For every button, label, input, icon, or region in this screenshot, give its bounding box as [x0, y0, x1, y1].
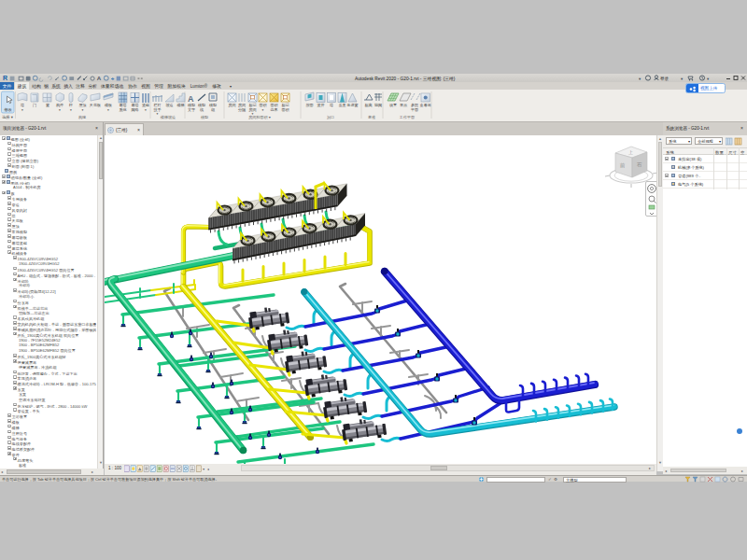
svg-text:门: 门	[33, 103, 36, 107]
svg-text:老虎窗: 老虎窗	[346, 103, 358, 108]
svg-text:轴网: 轴网	[374, 103, 382, 107]
svg-text:组: 组	[211, 107, 216, 112]
svg-text:洞口: 洞口	[327, 115, 334, 119]
svg-text:面积: 面积	[259, 103, 267, 107]
svg-text:系统: 系统	[119, 107, 127, 112]
svg-text:▾: ▾	[107, 108, 109, 112]
svg-text:房间和面积 ▾: 房间和面积 ▾	[248, 115, 272, 120]
svg-text:坡道: 坡道	[164, 103, 173, 107]
svg-text:基准: 基准	[368, 115, 375, 119]
svg-text:网格: 网格	[131, 107, 138, 112]
svg-text:垂直: 垂直	[338, 103, 345, 107]
svg-text:R: R	[3, 75, 7, 81]
svg-text:楼梯坡道: 楼梯坡道	[161, 115, 176, 119]
svg-text:A: A	[97, 75, 102, 81]
svg-text:▾: ▾	[21, 108, 23, 112]
svg-text:标高: 标高	[364, 103, 372, 108]
svg-text:显示: 显示	[400, 103, 408, 107]
svg-text:墙: 墙	[329, 103, 333, 107]
svg-text:房间: 房间	[228, 103, 235, 108]
svg-text:▾: ▾	[59, 108, 61, 112]
svg-text:边界: 边界	[270, 107, 277, 112]
svg-text:▾: ▾	[262, 108, 264, 112]
svg-text:设置: 设置	[389, 103, 397, 107]
svg-text:Autodesk Revit 2020 - G20-1.rv: Autodesk Revit 2020 - G20-1.rvt - 三维视图: …	[355, 76, 456, 82]
svg-text:按面: 按面	[305, 103, 313, 107]
svg-text:墙: 墙	[20, 103, 24, 107]
svg-text:▾: ▾	[70, 108, 72, 112]
svg-text:平面: 平面	[410, 107, 418, 112]
svg-text:▾: ▾	[639, 77, 641, 81]
svg-text:柱: 柱	[68, 103, 73, 107]
svg-text:▾: ▾	[681, 77, 684, 81]
svg-text:◂: ◂	[207, 468, 209, 471]
svg-text:模型: 模型	[201, 115, 208, 119]
svg-text:▾: ▾	[203, 468, 204, 471]
svg-text:屋顶: 屋顶	[78, 103, 86, 107]
svg-text:登录: 登录	[660, 76, 669, 82]
svg-text:▾: ▾	[707, 77, 710, 81]
svg-text:选择 ▾: 选择 ▾	[2, 115, 14, 119]
svg-text:修改: 修改	[5, 107, 13, 112]
svg-text:▾: ▾	[145, 108, 147, 112]
svg-text:文字: 文字	[188, 107, 195, 112]
svg-text:竖井: 竖井	[317, 103, 324, 107]
svg-text:▾: ▾	[157, 112, 159, 116]
svg-text:▾: ▾	[82, 108, 84, 112]
svg-text:右: 右	[637, 161, 642, 167]
svg-text:工作平面: 工作平面	[400, 115, 415, 119]
svg-text:竖梃: 竖梃	[142, 103, 149, 107]
svg-text:天花板: 天花板	[90, 103, 101, 107]
svg-text:前: 前	[620, 162, 626, 168]
svg-text:上: 上	[628, 149, 633, 155]
svg-text:窗: 窗	[46, 103, 49, 108]
svg-text:面积: 面积	[281, 107, 289, 112]
svg-text:楼板: 楼板	[105, 103, 112, 107]
svg-text:线: 线	[200, 107, 204, 112]
svg-text:分隔: 分隔	[238, 107, 246, 113]
svg-text:楼梯: 楼梯	[176, 103, 184, 107]
svg-text:构建: 构建	[78, 115, 86, 120]
svg-text:查看器: 查看器	[420, 103, 431, 107]
